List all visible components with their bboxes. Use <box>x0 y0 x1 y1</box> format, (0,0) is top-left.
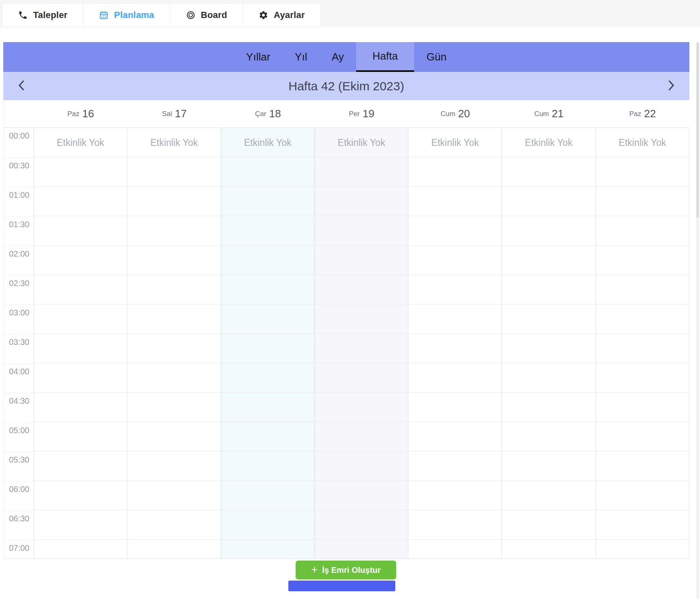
time-slot[interactable] <box>596 216 689 246</box>
time-slot[interactable] <box>221 510 314 540</box>
time-slot[interactable] <box>596 422 689 451</box>
time-slot[interactable] <box>596 128 689 157</box>
time-slot[interactable] <box>596 510 689 540</box>
time-slot[interactable] <box>34 451 127 481</box>
time-slot[interactable] <box>221 481 314 510</box>
time-slot[interactable] <box>408 128 502 157</box>
time-slot[interactable] <box>408 540 502 559</box>
time-slot[interactable] <box>127 216 221 246</box>
time-slot[interactable] <box>221 216 314 246</box>
time-slot[interactable] <box>221 275 314 304</box>
time-slot[interactable] <box>127 540 221 559</box>
time-slot[interactable] <box>34 334 127 363</box>
time-slot[interactable] <box>127 128 221 157</box>
time-slot[interactable] <box>596 275 689 304</box>
time-slot[interactable] <box>221 128 314 157</box>
time-slot[interactable] <box>34 128 127 157</box>
view-option[interactable]: Ay <box>319 42 356 72</box>
view-option[interactable]: Yıl <box>283 42 319 72</box>
time-slot[interactable] <box>502 422 595 451</box>
time-slot[interactable] <box>408 481 502 510</box>
time-slot[interactable] <box>127 334 221 363</box>
time-slot[interactable] <box>408 451 502 481</box>
next-week-button[interactable] <box>662 76 679 96</box>
time-slot[interactable] <box>596 393 689 422</box>
time-slot[interactable] <box>596 334 689 363</box>
time-slot[interactable] <box>315 187 408 216</box>
tab-planlama[interactable]: Planlama <box>83 3 170 27</box>
time-slot[interactable] <box>315 510 408 540</box>
time-slot[interactable] <box>34 157 127 187</box>
time-slot[interactable] <box>315 451 408 481</box>
time-slot[interactable] <box>34 246 127 275</box>
time-slot[interactable] <box>315 334 408 363</box>
time-slot[interactable] <box>221 422 314 451</box>
prev-week-button[interactable] <box>14 76 30 96</box>
scrollbar[interactable] <box>696 42 699 599</box>
time-slot[interactable] <box>502 275 595 304</box>
view-option[interactable]: Yıllar <box>234 42 283 72</box>
time-slot[interactable] <box>596 451 689 481</box>
time-slot[interactable] <box>315 422 408 451</box>
time-slot[interactable] <box>502 304 595 334</box>
time-slot[interactable] <box>408 275 502 304</box>
tab-talepler[interactable]: Talepler <box>2 3 83 27</box>
time-slot[interactable] <box>221 540 314 559</box>
time-slot[interactable] <box>502 510 595 540</box>
time-slot[interactable] <box>408 187 502 216</box>
time-slot[interactable] <box>596 157 689 187</box>
time-slot[interactable] <box>221 451 314 481</box>
time-slot[interactable] <box>34 510 127 540</box>
time-slot[interactable] <box>315 393 408 422</box>
time-slot[interactable] <box>34 481 127 510</box>
time-slot[interactable] <box>596 363 689 393</box>
time-slot[interactable] <box>34 304 127 334</box>
create-work-order-button[interactable]: + İş Emri Oluştur <box>296 561 396 579</box>
time-slot[interactable] <box>315 275 408 304</box>
time-slot[interactable] <box>502 363 595 393</box>
time-slot[interactable] <box>221 334 314 363</box>
time-slot[interactable] <box>408 157 502 187</box>
time-slot[interactable] <box>127 246 221 275</box>
time-slot[interactable] <box>34 422 127 451</box>
time-slot[interactable] <box>502 540 595 559</box>
time-slot[interactable] <box>34 216 127 246</box>
view-option[interactable]: Hafta <box>356 42 414 72</box>
time-slot[interactable] <box>502 187 595 216</box>
time-slot[interactable] <box>502 246 595 275</box>
time-slot[interactable] <box>34 363 127 393</box>
time-slot[interactable] <box>596 481 689 510</box>
time-slot[interactable] <box>315 304 408 334</box>
scrollbar-thumb[interactable] <box>696 42 699 218</box>
time-slot[interactable] <box>502 334 595 363</box>
time-slot[interactable] <box>408 246 502 275</box>
tab-board[interactable]: Board <box>170 3 243 27</box>
time-slot[interactable] <box>502 216 595 246</box>
time-slot[interactable] <box>34 275 127 304</box>
time-slot[interactable] <box>127 187 221 216</box>
time-slot[interactable] <box>408 363 502 393</box>
time-slot[interactable] <box>127 393 221 422</box>
time-slot[interactable] <box>127 157 221 187</box>
time-slot[interactable] <box>127 422 221 451</box>
time-slot[interactable] <box>596 540 689 559</box>
time-slot[interactable] <box>221 304 314 334</box>
time-slot[interactable] <box>127 481 221 510</box>
time-slot[interactable] <box>127 363 221 393</box>
time-slot[interactable] <box>34 393 127 422</box>
time-slot[interactable] <box>502 481 595 510</box>
time-slot[interactable] <box>408 334 502 363</box>
time-slot[interactable] <box>596 304 689 334</box>
time-slot[interactable] <box>34 540 127 559</box>
time-slot[interactable] <box>221 393 314 422</box>
time-slot[interactable] <box>408 510 502 540</box>
time-slot[interactable] <box>315 246 408 275</box>
time-slot[interactable] <box>127 510 221 540</box>
time-slot[interactable] <box>221 246 314 275</box>
time-slot[interactable] <box>34 187 127 216</box>
time-slot[interactable] <box>502 451 595 481</box>
time-slot[interactable] <box>502 157 595 187</box>
time-slot[interactable] <box>502 393 595 422</box>
time-slot[interactable] <box>127 275 221 304</box>
time-slot[interactable] <box>315 216 408 246</box>
